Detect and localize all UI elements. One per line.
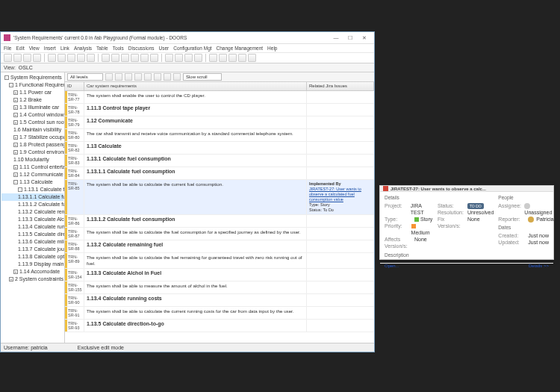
tree-node[interactable]: +1.1 Power car <box>1 89 63 96</box>
toolbar-button[interactable] <box>67 54 75 62</box>
filter-icon-5[interactable] <box>144 73 152 81</box>
table-row[interactable]: TRN-SR-881.13.2 Calculate remaining fuel <box>65 240 374 253</box>
menu-discussions[interactable]: Discussions <box>128 46 155 51</box>
table-row[interactable]: TRN-SR-861.13.1.2 Calculate fuel consump… <box>65 215 374 228</box>
table-row[interactable]: TRN-SR-80The car shall transmit and rece… <box>65 129 374 142</box>
menu-tools[interactable]: Tools <box>113 46 124 51</box>
toolbar-button[interactable] <box>87 54 95 62</box>
toolbar-button[interactable] <box>165 54 173 62</box>
module-tree[interactable]: -System Requirements-1 Functional Requir… <box>1 72 65 343</box>
table-row[interactable]: TRN-SR-91The system shall be able to cal… <box>65 307 374 320</box>
titlebar[interactable]: 'System Requirements' current 0.0 in /la… <box>1 32 374 44</box>
toolbar-button[interactable] <box>248 54 256 62</box>
tree-node[interactable]: +1.14 Accomodate <box>1 268 63 276</box>
menu-configuration-mgt[interactable]: Configuration Mgt <box>173 46 211 51</box>
tree-node[interactable]: +1.4 Control windows <box>1 111 63 119</box>
menu-help[interactable]: Help <box>267 46 277 51</box>
table-row[interactable]: TRN-SR-791.12 Communicate <box>65 116 374 129</box>
toolbar-button[interactable] <box>23 54 31 62</box>
grid-rows[interactable]: TRN-SR-77The system shall enable the use… <box>65 91 374 343</box>
toolbar-button[interactable] <box>77 54 85 62</box>
details-link[interactable]: Details >> <box>529 264 549 268</box>
view-value[interactable]: OSLC <box>19 65 33 70</box>
menu-view[interactable]: View <box>29 46 40 51</box>
toolbar-button[interactable] <box>209 54 217 62</box>
filter-icon[interactable] <box>105 73 113 81</box>
tree-node[interactable]: +1.3 Illuminate car <box>1 104 63 111</box>
tree-node[interactable]: -System Requirements <box>1 74 63 81</box>
filter-icon-7[interactable] <box>164 73 171 81</box>
toolbar-button[interactable] <box>33 54 41 62</box>
table-row[interactable]: TRN-SR-841.13.1.1 Calculate fuel consump… <box>65 167 374 180</box>
toolbar-button[interactable] <box>57 54 66 62</box>
menu-link[interactable]: Link <box>60 46 69 51</box>
tree-node[interactable]: +1.12 Communicate <box>1 171 63 178</box>
maximize-button[interactable]: ☐ <box>343 34 357 43</box>
table-row[interactable]: TRN-SR-931.13.5 Calculate direction-to-g… <box>65 320 374 332</box>
menu-user[interactable]: User <box>159 46 169 51</box>
tree-node[interactable]: 1.13.4 Calculate running <box>1 223 63 231</box>
open-link[interactable]: Open... <box>385 264 399 268</box>
scroll-dropdown[interactable]: Slow scroll <box>183 73 222 81</box>
minimize-button[interactable]: — <box>329 34 343 43</box>
menu-file[interactable]: File <box>4 46 11 51</box>
tree-node[interactable]: +2 System constraints <box>1 276 63 283</box>
jira-panel-header[interactable]: JIRATEST-27: User wants to observe a cal… <box>380 186 553 192</box>
tree-node[interactable]: 1.13.6 Calculate milestro <box>1 238 63 246</box>
tree-node[interactable]: 1.6 Maintain visibility <box>1 126 63 134</box>
toolbar-button[interactable] <box>140 54 149 62</box>
toolbar-button[interactable] <box>102 54 110 62</box>
toolbar-button[interactable] <box>150 54 158 62</box>
tree-node[interactable]: +1.2 Brake <box>1 96 63 104</box>
tree-node[interactable]: 1.10 Modularity <box>1 156 63 164</box>
toolbar-button[interactable] <box>48 54 56 62</box>
menu-table[interactable]: Table <box>96 46 108 51</box>
tree-node[interactable]: -1.13.1 Calculate fuel con <box>1 186 63 193</box>
filter-icon-3[interactable] <box>125 73 132 81</box>
tree-node[interactable]: -1 Functional Requirements <box>1 81 63 89</box>
menu-edit[interactable]: Edit <box>16 46 24 51</box>
filter-icon-8[interactable] <box>173 73 181 81</box>
tree-node[interactable]: +1.7 Stabilize occupants <box>1 134 63 141</box>
table-row[interactable]: TRN-SR-901.13.4 Calculate running costs <box>65 294 374 307</box>
levels-dropdown[interactable]: All levels <box>67 73 103 81</box>
tree-node[interactable]: 1.13.3 Calculate Alchol i <box>1 216 63 223</box>
filter-icon-4[interactable] <box>134 73 142 81</box>
toolbar-button[interactable] <box>219 54 227 62</box>
tree-node[interactable]: -1.13 Calculate <box>1 178 63 186</box>
toolbar-button[interactable] <box>4 54 12 62</box>
table-row[interactable]: TRN-SR-1541.13.3 Calculate Alchol in Fue… <box>65 269 374 281</box>
toolbar-button[interactable] <box>175 54 183 62</box>
toolbar-button[interactable] <box>121 54 129 62</box>
jira-link[interactable]: JIRATEST-27: User wants to observe a cal… <box>309 187 361 202</box>
tree-node[interactable]: +1.9 Control environmental <box>1 149 63 156</box>
tree-node[interactable]: +1.8 Protect passengers <box>1 141 63 149</box>
toolbar-button[interactable] <box>238 54 246 62</box>
table-row[interactable]: TRN-SR-77The system shall enable the use… <box>65 91 374 104</box>
table-row[interactable]: TRN-SR-781.11.3 Control tape player <box>65 104 374 116</box>
tree-node[interactable]: +1.5 Control sun roof <box>1 119 63 126</box>
table-row[interactable]: TRN-SR-87The system shall be able to cal… <box>65 228 374 240</box>
table-row[interactable]: TRN-SR-831.13.1 Calculate fuel consumpti… <box>65 155 374 167</box>
tree-node[interactable]: 1.13.1.2 Calculate fu <box>1 201 63 208</box>
toolbar-button[interactable] <box>194 54 202 62</box>
toolbar-button[interactable] <box>228 54 237 62</box>
table-row[interactable]: TRN-SR-821.13 Calculate <box>65 142 374 155</box>
menu-analysis[interactable]: Analysis <box>74 46 92 51</box>
toolbar-button[interactable] <box>184 54 193 62</box>
col-text[interactable]: Car system requirements <box>84 82 307 90</box>
filter-icon-6[interactable] <box>154 73 161 81</box>
tree-node[interactable]: 1.13.2 Calculate remaini <box>1 208 63 216</box>
menu-insert[interactable]: Insert <box>44 46 56 51</box>
toolbar-button[interactable] <box>111 54 119 62</box>
tree-node[interactable]: 1.13.7 Calculate journey <box>1 246 63 253</box>
tree-node[interactable]: 1.13.5 Calculate directio <box>1 231 63 238</box>
col-jira[interactable]: Related Jira Issues <box>307 82 374 90</box>
table-row[interactable]: TRN-SR-155The system shall be able to me… <box>65 281 374 294</box>
toolbar-button[interactable] <box>131 54 139 62</box>
filter-icon-2[interactable] <box>115 73 122 81</box>
col-id[interactable]: ID <box>65 82 84 90</box>
tree-node[interactable]: 1.13.8 Calculate optimum <box>1 253 63 261</box>
table-row[interactable]: TRN-SR-89The system shall be able to cal… <box>65 253 374 269</box>
close-button[interactable]: ✕ <box>358 34 371 43</box>
